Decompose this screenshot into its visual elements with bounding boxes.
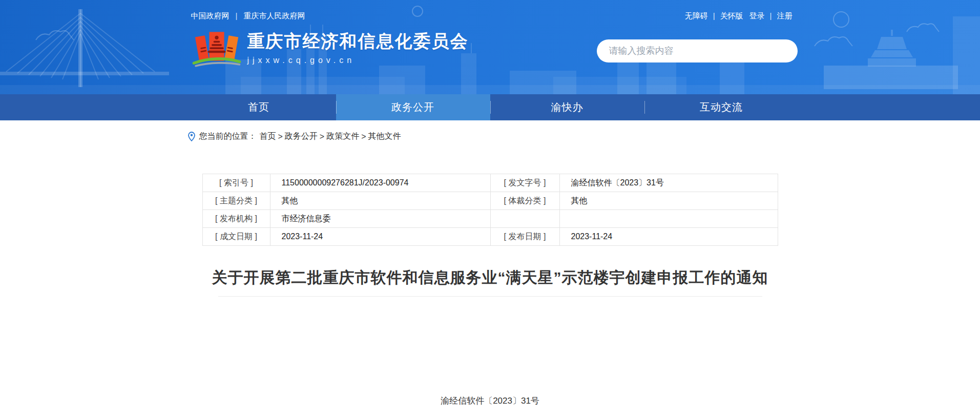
breadcrumb-separator: > [278,132,283,141]
meta-row: [ 主题分类 ] 其他 [ 体裁分类 ] 其他 [202,192,778,210]
document-title: 关于开展第二批重庆市软件和信息服务业“满天星”示范楼宇创建申报工作的通知 [202,268,778,287]
meta-value-genre-category: 其他 [559,192,778,210]
meta-label-index-number: [ 索引号 ] [202,174,270,192]
site-banner: 中国政府网|重庆市人民政府网 无障碍|关怀版登录|注册 [0,0,980,94]
meta-label-empty [490,210,559,228]
meta-label-doc-number: [ 发文字号 ] [490,174,559,192]
meta-label-issuing-agency: [ 发布机构 ] [202,210,270,228]
meta-label-written-date: [ 成文日期 ] [202,228,270,246]
nav-tab-government-affairs[interactable]: 政务公开 [336,94,490,120]
link-accessibility[interactable]: 无障碍 [685,11,708,20]
meta-value-subject-category: 其他 [270,192,490,210]
link-chongqing-gov[interactable]: 重庆市人民政府网 [243,11,305,20]
breadcrumb-home[interactable]: 首页 [260,131,276,142]
link-login[interactable]: 登录 [749,11,765,20]
meta-label-publish-date: [ 发布日期 ] [490,228,559,246]
nav-tab-interaction[interactable]: 互动交流 [644,94,799,120]
meta-label-genre-category: [ 体裁分类 ] [490,192,559,210]
meta-value-empty [559,210,778,228]
links-divider: | [236,11,238,20]
document-meta-table: [ 索引号 ] 11500000009276281J/2023-00974 [ … [202,174,778,246]
nav-tab-home[interactable]: 首页 [182,94,336,120]
breadcrumb-separator: > [320,132,324,141]
meta-row: [ 索引号 ] 11500000009276281J/2023-00974 [ … [202,174,778,192]
title-divider [218,296,762,297]
document-number: 渝经信软件〔2023〕31号 [0,395,980,407]
top-links-bar: 中国政府网|重庆市人民政府网 无障碍|关怀版登录|注册 [183,0,798,21]
meta-value-doc-number: 渝经信软件〔2023〕31号 [559,174,778,192]
meta-value-issuing-agency: 市经济信息委 [270,210,490,228]
breadcrumb-policy-documents[interactable]: 政策文件 [326,131,359,142]
site-logo[interactable]: 重庆市经济和信息化委员会 jjxxw.cq.gov.cn [183,27,469,73]
meta-row: [ 发布机构 ] 市经济信息委 [202,210,778,228]
site-title: 重庆市经济和信息化委员会 [247,31,469,51]
link-care-version[interactable]: 关怀版 [720,11,743,20]
meta-label-subject-category: [ 主题分类 ] [202,192,270,210]
main-navigation: 首页 政务公开 渝快办 互动交流 [0,94,980,120]
link-register[interactable]: 注册 [777,11,793,20]
breadcrumb-prefix: 您当前的位置： [199,131,257,142]
meta-value-written-date: 2023-11-24 [270,228,490,246]
search-input[interactable] [609,46,785,56]
links-divider: | [713,11,715,20]
link-china-gov[interactable]: 中国政府网 [191,11,230,20]
meta-value-publish-date: 2023-11-24 [559,228,778,246]
breadcrumb-government-affairs[interactable]: 政务公开 [285,131,318,142]
site-domain: jjxxw.cq.gov.cn [247,56,469,65]
breadcrumb: 您当前的位置： 首页 > 政务公开 > 政策文件 > 其他文件 [182,131,799,142]
meta-row: [ 成文日期 ] 2023-11-24 [ 发布日期 ] 2023-11-24 [202,228,778,246]
location-pin-icon [188,132,195,141]
meta-value-index-number: 11500000009276281J/2023-00974 [270,174,490,192]
logo-building-icon [191,27,242,73]
nav-tab-yukuaiban[interactable]: 渝快办 [490,94,644,120]
breadcrumb-separator: > [361,132,366,141]
links-divider: | [770,11,772,20]
search-box[interactable] [597,39,798,62]
breadcrumb-other-documents[interactable]: 其他文件 [368,131,401,142]
